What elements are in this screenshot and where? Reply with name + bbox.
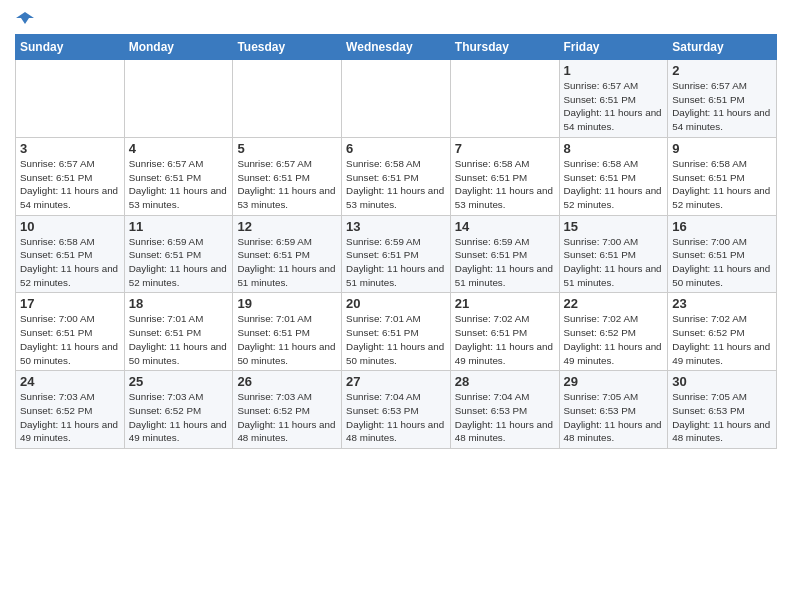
day-info: Sunrise: 7:02 AMSunset: 6:52 PMDaylight:… [672, 312, 772, 367]
calendar-week-row: 3Sunrise: 6:57 AMSunset: 6:51 PMDaylight… [16, 137, 777, 215]
day-info: Sunrise: 6:57 AMSunset: 6:51 PMDaylight:… [237, 157, 337, 212]
logo [15, 14, 34, 28]
calendar-cell: 2Sunrise: 6:57 AMSunset: 6:51 PMDaylight… [668, 60, 777, 138]
day-number: 3 [20, 141, 120, 156]
day-info: Sunrise: 7:03 AMSunset: 6:52 PMDaylight:… [237, 390, 337, 445]
calendar-cell [450, 60, 559, 138]
calendar-cell: 8Sunrise: 6:58 AMSunset: 6:51 PMDaylight… [559, 137, 668, 215]
day-number: 23 [672, 296, 772, 311]
day-number: 17 [20, 296, 120, 311]
day-info: Sunrise: 6:57 AMSunset: 6:51 PMDaylight:… [564, 79, 664, 134]
day-info: Sunrise: 6:58 AMSunset: 6:51 PMDaylight:… [455, 157, 555, 212]
day-info: Sunrise: 7:00 AMSunset: 6:51 PMDaylight:… [672, 235, 772, 290]
day-number: 13 [346, 219, 446, 234]
calendar-week-row: 24Sunrise: 7:03 AMSunset: 6:52 PMDayligh… [16, 371, 777, 449]
day-number: 12 [237, 219, 337, 234]
weekday-header-friday: Friday [559, 35, 668, 60]
day-number: 19 [237, 296, 337, 311]
calendar-cell [16, 60, 125, 138]
calendar-table: SundayMondayTuesdayWednesdayThursdayFrid… [15, 34, 777, 449]
calendar-cell [124, 60, 233, 138]
calendar-cell: 24Sunrise: 7:03 AMSunset: 6:52 PMDayligh… [16, 371, 125, 449]
day-number: 21 [455, 296, 555, 311]
weekday-header-row: SundayMondayTuesdayWednesdayThursdayFrid… [16, 35, 777, 60]
calendar-cell: 3Sunrise: 6:57 AMSunset: 6:51 PMDaylight… [16, 137, 125, 215]
day-number: 8 [564, 141, 664, 156]
calendar-cell: 22Sunrise: 7:02 AMSunset: 6:52 PMDayligh… [559, 293, 668, 371]
svg-marker-0 [16, 12, 34, 24]
day-number: 10 [20, 219, 120, 234]
calendar-cell: 17Sunrise: 7:00 AMSunset: 6:51 PMDayligh… [16, 293, 125, 371]
calendar-cell: 10Sunrise: 6:58 AMSunset: 6:51 PMDayligh… [16, 215, 125, 293]
calendar-cell: 25Sunrise: 7:03 AMSunset: 6:52 PMDayligh… [124, 371, 233, 449]
day-info: Sunrise: 6:59 AMSunset: 6:51 PMDaylight:… [129, 235, 229, 290]
calendar-cell: 6Sunrise: 6:58 AMSunset: 6:51 PMDaylight… [342, 137, 451, 215]
calendar-cell: 11Sunrise: 6:59 AMSunset: 6:51 PMDayligh… [124, 215, 233, 293]
calendar-cell: 1Sunrise: 6:57 AMSunset: 6:51 PMDaylight… [559, 60, 668, 138]
day-number: 24 [20, 374, 120, 389]
weekday-header-thursday: Thursday [450, 35, 559, 60]
day-number: 9 [672, 141, 772, 156]
day-number: 20 [346, 296, 446, 311]
day-number: 2 [672, 63, 772, 78]
day-info: Sunrise: 7:03 AMSunset: 6:52 PMDaylight:… [129, 390, 229, 445]
calendar-cell: 5Sunrise: 6:57 AMSunset: 6:51 PMDaylight… [233, 137, 342, 215]
calendar-cell: 26Sunrise: 7:03 AMSunset: 6:52 PMDayligh… [233, 371, 342, 449]
weekday-header-tuesday: Tuesday [233, 35, 342, 60]
calendar-week-row: 10Sunrise: 6:58 AMSunset: 6:51 PMDayligh… [16, 215, 777, 293]
day-info: Sunrise: 7:01 AMSunset: 6:51 PMDaylight:… [129, 312, 229, 367]
calendar-cell: 4Sunrise: 6:57 AMSunset: 6:51 PMDaylight… [124, 137, 233, 215]
calendar-cell: 15Sunrise: 7:00 AMSunset: 6:51 PMDayligh… [559, 215, 668, 293]
day-info: Sunrise: 7:01 AMSunset: 6:51 PMDaylight:… [346, 312, 446, 367]
day-info: Sunrise: 7:04 AMSunset: 6:53 PMDaylight:… [455, 390, 555, 445]
day-info: Sunrise: 6:58 AMSunset: 6:51 PMDaylight:… [672, 157, 772, 212]
calendar-cell: 19Sunrise: 7:01 AMSunset: 6:51 PMDayligh… [233, 293, 342, 371]
calendar-cell: 27Sunrise: 7:04 AMSunset: 6:53 PMDayligh… [342, 371, 451, 449]
calendar-cell: 9Sunrise: 6:58 AMSunset: 6:51 PMDaylight… [668, 137, 777, 215]
calendar-cell: 16Sunrise: 7:00 AMSunset: 6:51 PMDayligh… [668, 215, 777, 293]
calendar-week-row: 1Sunrise: 6:57 AMSunset: 6:51 PMDaylight… [16, 60, 777, 138]
day-number: 22 [564, 296, 664, 311]
day-number: 11 [129, 219, 229, 234]
calendar-cell: 13Sunrise: 6:59 AMSunset: 6:51 PMDayligh… [342, 215, 451, 293]
day-number: 16 [672, 219, 772, 234]
day-number: 4 [129, 141, 229, 156]
day-info: Sunrise: 7:05 AMSunset: 6:53 PMDaylight:… [564, 390, 664, 445]
weekday-header-saturday: Saturday [668, 35, 777, 60]
calendar-week-row: 17Sunrise: 7:00 AMSunset: 6:51 PMDayligh… [16, 293, 777, 371]
day-info: Sunrise: 6:59 AMSunset: 6:51 PMDaylight:… [455, 235, 555, 290]
day-number: 5 [237, 141, 337, 156]
day-info: Sunrise: 6:58 AMSunset: 6:51 PMDaylight:… [20, 235, 120, 290]
day-info: Sunrise: 7:00 AMSunset: 6:51 PMDaylight:… [564, 235, 664, 290]
day-number: 6 [346, 141, 446, 156]
day-number: 1 [564, 63, 664, 78]
calendar-cell: 21Sunrise: 7:02 AMSunset: 6:51 PMDayligh… [450, 293, 559, 371]
logo-bird-icon [16, 10, 34, 28]
calendar-cell: 28Sunrise: 7:04 AMSunset: 6:53 PMDayligh… [450, 371, 559, 449]
weekday-header-wednesday: Wednesday [342, 35, 451, 60]
weekday-header-sunday: Sunday [16, 35, 125, 60]
day-info: Sunrise: 6:58 AMSunset: 6:51 PMDaylight:… [564, 157, 664, 212]
day-info: Sunrise: 7:03 AMSunset: 6:52 PMDaylight:… [20, 390, 120, 445]
day-info: Sunrise: 6:59 AMSunset: 6:51 PMDaylight:… [346, 235, 446, 290]
calendar-cell: 12Sunrise: 6:59 AMSunset: 6:51 PMDayligh… [233, 215, 342, 293]
day-info: Sunrise: 6:57 AMSunset: 6:51 PMDaylight:… [20, 157, 120, 212]
day-info: Sunrise: 7:04 AMSunset: 6:53 PMDaylight:… [346, 390, 446, 445]
calendar-cell [233, 60, 342, 138]
day-number: 25 [129, 374, 229, 389]
calendar-cell: 14Sunrise: 6:59 AMSunset: 6:51 PMDayligh… [450, 215, 559, 293]
calendar-cell: 18Sunrise: 7:01 AMSunset: 6:51 PMDayligh… [124, 293, 233, 371]
day-number: 28 [455, 374, 555, 389]
day-number: 18 [129, 296, 229, 311]
calendar-cell: 23Sunrise: 7:02 AMSunset: 6:52 PMDayligh… [668, 293, 777, 371]
day-info: Sunrise: 7:02 AMSunset: 6:52 PMDaylight:… [564, 312, 664, 367]
calendar-cell: 30Sunrise: 7:05 AMSunset: 6:53 PMDayligh… [668, 371, 777, 449]
day-number: 7 [455, 141, 555, 156]
day-info: Sunrise: 6:57 AMSunset: 6:51 PMDaylight:… [672, 79, 772, 134]
day-number: 27 [346, 374, 446, 389]
day-number: 26 [237, 374, 337, 389]
day-number: 29 [564, 374, 664, 389]
day-info: Sunrise: 7:02 AMSunset: 6:51 PMDaylight:… [455, 312, 555, 367]
title-area [34, 10, 777, 12]
calendar-cell [342, 60, 451, 138]
